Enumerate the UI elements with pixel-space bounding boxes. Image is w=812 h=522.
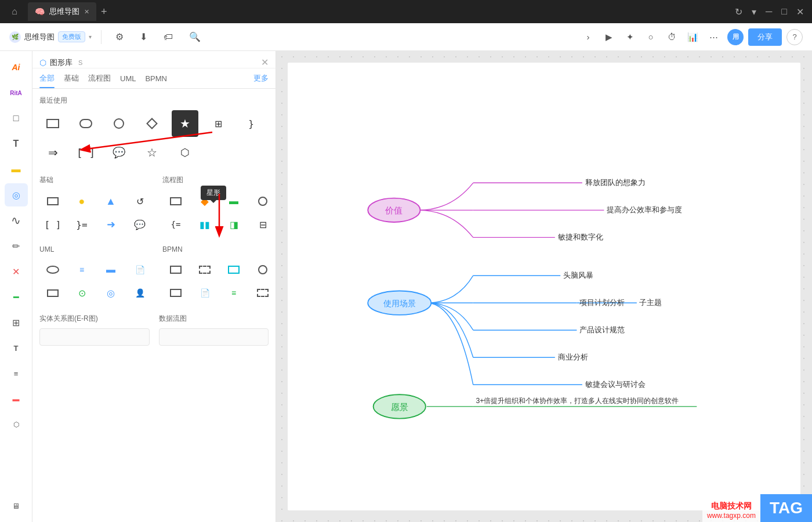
sidebar-text2-button[interactable]: T xyxy=(5,336,28,360)
sidebar-rita-button[interactable]: RitA xyxy=(5,81,28,104)
sidebar-colors-button[interactable]: ▬ xyxy=(5,387,28,411)
shape-hexagon[interactable]: ⬡ xyxy=(172,139,198,166)
shape-speech-bubble[interactable]: 💬 xyxy=(106,139,132,166)
sidebar-ai-button[interactable]: Ai xyxy=(5,56,28,79)
sidebar-pen-button[interactable]: ✏ xyxy=(5,234,28,258)
nav-back-button[interactable]: › xyxy=(579,28,597,46)
chart-button[interactable]: 📊 xyxy=(683,28,702,46)
uml-bar-blue[interactable]: ▬ xyxy=(97,258,124,281)
bpmn-section: BPMN 📄 ≡ xyxy=(162,245,276,304)
shape-diamond[interactable] xyxy=(139,110,165,137)
sidebar-table-button[interactable]: ⊞ xyxy=(5,311,28,334)
shape-star-outline[interactable]: ☆ xyxy=(139,139,165,166)
uml-lines[interactable]: ≡ xyxy=(68,258,95,281)
sidebar-text-button[interactable]: T xyxy=(5,132,28,155)
shape-arrow-right[interactable]: ⇒ xyxy=(39,139,66,166)
tab-mindmap[interactable]: 🧠 思维导图 ✕ xyxy=(28,2,96,21)
speech-bubble-icon: 💬 xyxy=(113,146,125,159)
sidebar-curve-button[interactable]: ∿ xyxy=(5,209,28,232)
more-button[interactable]: ⋯ xyxy=(704,28,723,46)
shape-circle[interactable] xyxy=(106,110,132,137)
dropdown-button[interactable]: ▾ xyxy=(749,4,759,20)
basic-brace[interactable]: }= xyxy=(68,213,95,236)
basic-rect[interactable] xyxy=(39,190,66,213)
tab-more[interactable]: 更多 xyxy=(253,73,269,84)
basic-brace-icon: }= xyxy=(76,219,87,230)
canvas-area[interactable]: 价值 释放团队的想象力 提高办公效率和参与度 敏捷和数字化 子主题 xyxy=(276,51,812,522)
brand-name: 思维导图 xyxy=(24,32,55,42)
basic-bracket2-icon: [ ] xyxy=(45,219,61,230)
maximize-button[interactable]: □ xyxy=(779,4,789,19)
refresh-button[interactable]: ↻ xyxy=(733,4,745,20)
flow-circle-outline[interactable] xyxy=(249,190,276,213)
basic-circle-filled[interactable]: ● xyxy=(68,190,95,213)
shape-bracket[interactable]: [ ] xyxy=(72,139,99,166)
tab-close-button[interactable]: ✕ xyxy=(84,8,89,16)
basic-refresh[interactable]: ↺ xyxy=(126,190,153,213)
uml-circle-circle[interactable]: ◎ xyxy=(97,281,124,304)
time-button[interactable]: ⏱ xyxy=(662,28,681,46)
bpmn-lines2[interactable]: ≡ xyxy=(220,281,247,304)
circle-button[interactable]: ○ xyxy=(641,28,660,46)
tab-all[interactable]: 全部 xyxy=(39,68,55,88)
sidebar-line-button[interactable]: ━ xyxy=(5,285,28,309)
flow-brace[interactable]: {= xyxy=(162,213,189,236)
uml-doc[interactable]: 📄 xyxy=(126,258,153,281)
bracket-icon: [ ] xyxy=(77,147,96,159)
uml-person[interactable]: 👤 xyxy=(126,281,153,304)
uml-ellipse[interactable] xyxy=(39,258,66,281)
minimize-button[interactable]: ─ xyxy=(763,4,774,19)
tab-flowchart[interactable]: 流程图 xyxy=(88,68,111,88)
ai-button[interactable]: ✦ xyxy=(621,28,639,46)
search-button[interactable]: 🔍 xyxy=(184,29,205,45)
flow-half-rect[interactable]: ◨ xyxy=(220,213,247,236)
shapes3-icon: ⬡ xyxy=(13,420,19,429)
shape-rounded-rect[interactable] xyxy=(72,110,99,137)
shape-table[interactable]: ⊞ xyxy=(205,110,231,137)
tab-bpmn[interactable]: BPMN xyxy=(145,70,167,88)
flow-columns[interactable]: ▮▮ xyxy=(191,213,218,236)
sidebar-shape-button[interactable]: □ xyxy=(5,107,28,130)
colors-icon: ▬ xyxy=(13,395,20,403)
bpmn-rect[interactable] xyxy=(162,258,189,281)
basic-bracket2[interactable]: [ ] xyxy=(39,213,66,236)
tab-basic[interactable]: 基础 xyxy=(64,68,79,88)
close-button[interactable]: ✕ xyxy=(794,4,806,20)
shape-process[interactable]: } xyxy=(238,110,264,137)
bpmn-rect3[interactable] xyxy=(162,281,189,304)
basic-arrow[interactable]: ➜ xyxy=(97,213,124,236)
flow-rect2[interactable]: ⊟ xyxy=(249,213,276,236)
shape-star[interactable]: ★ xyxy=(172,110,198,137)
bpmn-doc2[interactable]: 📄 xyxy=(191,281,218,304)
sidebar-cross-button[interactable]: ✕ xyxy=(5,260,28,283)
sidebar-monitor-button[interactable]: 🖥 xyxy=(5,494,28,517)
settings-button[interactable]: ⚙ xyxy=(111,29,128,45)
home-button[interactable]: ⌂ xyxy=(6,3,23,20)
uml-rect2[interactable] xyxy=(39,281,66,304)
sidebar-note-button[interactable]: ▬ xyxy=(5,158,28,181)
bpmn-dotted-rect2[interactable] xyxy=(249,281,276,304)
basic-speech[interactable]: 💬 xyxy=(126,213,153,236)
sidebar-list-button[interactable]: ≡ xyxy=(5,362,28,385)
share-button[interactable]: 分享 xyxy=(748,28,782,46)
play-button[interactable]: ▶ xyxy=(600,28,618,46)
bpmn-circle2[interactable] xyxy=(249,258,276,281)
shape-rect[interactable] xyxy=(39,110,66,137)
uml-circle-target[interactable]: ⊙ xyxy=(68,281,95,304)
tag-button[interactable]: 🏷 xyxy=(159,30,177,45)
download-button[interactable]: ⬇ xyxy=(135,29,152,45)
tab-uml[interactable]: UML xyxy=(120,70,136,88)
user-avatar[interactable]: 用 xyxy=(727,29,744,45)
add-tab-button[interactable]: + xyxy=(101,6,107,18)
help-button[interactable]: ? xyxy=(786,29,803,45)
bpmn-rect2[interactable] xyxy=(220,258,247,281)
flow-rect[interactable] xyxy=(162,190,189,213)
version-badge[interactable]: 免费版 xyxy=(58,31,85,42)
bpmn-dotted-rect[interactable] xyxy=(191,258,218,281)
sidebar-shapelibrary-button[interactable]: ◎ xyxy=(5,183,28,206)
badge-dropdown-arrow[interactable]: ▾ xyxy=(89,34,92,40)
basic-triangle[interactable]: ▲ xyxy=(97,190,124,213)
sidebar-shapes3-button[interactable]: ⬡ xyxy=(5,413,28,436)
bpmn-shapes-row1 xyxy=(162,258,276,281)
panel-close-button[interactable]: ✕ xyxy=(261,57,269,68)
